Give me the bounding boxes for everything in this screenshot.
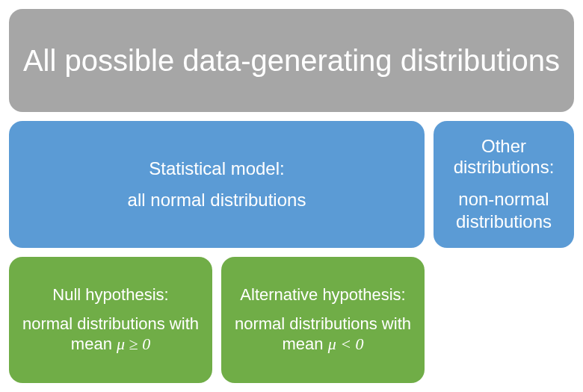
other-distributions-box: Other distributions: non-normal distribu…	[434, 121, 574, 248]
other-distributions-title: Other distributions:	[447, 136, 561, 178]
bottom-spacer	[434, 257, 574, 384]
diagram-container: All possible data-generating distributio…	[9, 9, 574, 383]
bottom-row: Null hypothesis: normal distributions wi…	[9, 257, 574, 384]
statistical-model-title: Statistical model:	[149, 158, 284, 179]
null-hypothesis-math: μ ≥ 0	[117, 335, 150, 353]
null-hypothesis-sub: normal distributions with mean μ ≥ 0	[22, 314, 199, 355]
alt-hypothesis-prefix: normal distributions with mean	[235, 314, 411, 354]
all-distributions-title: All possible data-generating distributio…	[23, 43, 560, 78]
alt-hypothesis-box: Alternative hypothesis: normal distribut…	[221, 257, 425, 384]
null-hypothesis-prefix: normal distributions with mean	[22, 314, 199, 354]
other-distributions-sub: non-normal distributions	[447, 188, 561, 233]
all-distributions-box: All possible data-generating distributio…	[9, 9, 574, 112]
null-hypothesis-title: Null hypothesis:	[52, 285, 168, 305]
alt-hypothesis-title: Alternative hypothesis:	[240, 285, 405, 305]
alt-hypothesis-sub: normal distributions with mean μ < 0	[235, 314, 411, 355]
middle-row: Statistical model: all normal distributi…	[9, 121, 574, 248]
statistical-model-box: Statistical model: all normal distributi…	[9, 121, 425, 248]
null-hypothesis-box: Null hypothesis: normal distributions wi…	[9, 257, 212, 384]
statistical-model-sub: all normal distributions	[128, 190, 306, 211]
alt-hypothesis-math: μ < 0	[328, 335, 364, 353]
